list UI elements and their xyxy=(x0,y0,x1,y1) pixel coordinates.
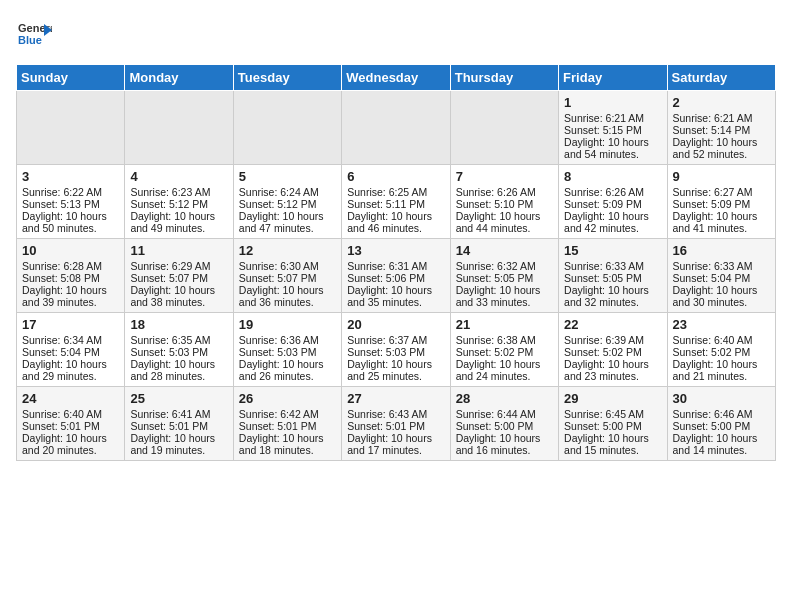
calendar-day-cell: 14Sunrise: 6:32 AMSunset: 5:05 PMDayligh… xyxy=(450,239,558,313)
calendar-day-cell: 10Sunrise: 6:28 AMSunset: 5:08 PMDayligh… xyxy=(17,239,125,313)
calendar-day-cell: 12Sunrise: 6:30 AMSunset: 5:07 PMDayligh… xyxy=(233,239,341,313)
daylight-text: Daylight: 10 hours and 16 minutes. xyxy=(456,432,553,456)
calendar-day-cell: 9Sunrise: 6:27 AMSunset: 5:09 PMDaylight… xyxy=(667,165,775,239)
sunrise-text: Sunrise: 6:29 AM xyxy=(130,260,227,272)
daylight-text: Daylight: 10 hours and 32 minutes. xyxy=(564,284,661,308)
calendar-table: SundayMondayTuesdayWednesdayThursdayFrid… xyxy=(16,64,776,461)
daylight-text: Daylight: 10 hours and 25 minutes. xyxy=(347,358,444,382)
calendar-day-cell: 21Sunrise: 6:38 AMSunset: 5:02 PMDayligh… xyxy=(450,313,558,387)
day-number: 13 xyxy=(347,243,444,258)
logo-icon: General Blue xyxy=(16,16,52,52)
sunset-text: Sunset: 5:10 PM xyxy=(456,198,553,210)
daylight-text: Daylight: 10 hours and 30 minutes. xyxy=(673,284,770,308)
weekday-header-saturday: Saturday xyxy=(667,65,775,91)
sunrise-text: Sunrise: 6:22 AM xyxy=(22,186,119,198)
sunset-text: Sunset: 5:01 PM xyxy=(130,420,227,432)
calendar-day-cell: 27Sunrise: 6:43 AMSunset: 5:01 PMDayligh… xyxy=(342,387,450,461)
sunset-text: Sunset: 5:00 PM xyxy=(564,420,661,432)
day-number: 12 xyxy=(239,243,336,258)
day-number: 11 xyxy=(130,243,227,258)
calendar-week-row: 17Sunrise: 6:34 AMSunset: 5:04 PMDayligh… xyxy=(17,313,776,387)
day-number: 6 xyxy=(347,169,444,184)
day-number: 17 xyxy=(22,317,119,332)
sunset-text: Sunset: 5:01 PM xyxy=(22,420,119,432)
sunset-text: Sunset: 5:04 PM xyxy=(673,272,770,284)
daylight-text: Daylight: 10 hours and 35 minutes. xyxy=(347,284,444,308)
sunrise-text: Sunrise: 6:24 AM xyxy=(239,186,336,198)
sunrise-text: Sunrise: 6:37 AM xyxy=(347,334,444,346)
daylight-text: Daylight: 10 hours and 42 minutes. xyxy=(564,210,661,234)
calendar-day-cell: 2Sunrise: 6:21 AMSunset: 5:14 PMDaylight… xyxy=(667,91,775,165)
weekday-header-thursday: Thursday xyxy=(450,65,558,91)
logo: General Blue xyxy=(16,16,52,52)
sunset-text: Sunset: 5:02 PM xyxy=(564,346,661,358)
calendar-day-cell: 1Sunrise: 6:21 AMSunset: 5:15 PMDaylight… xyxy=(559,91,667,165)
weekday-header-monday: Monday xyxy=(125,65,233,91)
sunset-text: Sunset: 5:06 PM xyxy=(347,272,444,284)
sunrise-text: Sunrise: 6:32 AM xyxy=(456,260,553,272)
sunrise-text: Sunrise: 6:23 AM xyxy=(130,186,227,198)
calendar-day-cell: 23Sunrise: 6:40 AMSunset: 5:02 PMDayligh… xyxy=(667,313,775,387)
day-number: 15 xyxy=(564,243,661,258)
daylight-text: Daylight: 10 hours and 46 minutes. xyxy=(347,210,444,234)
sunrise-text: Sunrise: 6:31 AM xyxy=(347,260,444,272)
sunrise-text: Sunrise: 6:25 AM xyxy=(347,186,444,198)
daylight-text: Daylight: 10 hours and 47 minutes. xyxy=(239,210,336,234)
sunrise-text: Sunrise: 6:34 AM xyxy=(22,334,119,346)
sunrise-text: Sunrise: 6:46 AM xyxy=(673,408,770,420)
day-number: 8 xyxy=(564,169,661,184)
sunrise-text: Sunrise: 6:41 AM xyxy=(130,408,227,420)
weekday-header-row: SundayMondayTuesdayWednesdayThursdayFrid… xyxy=(17,65,776,91)
daylight-text: Daylight: 10 hours and 18 minutes. xyxy=(239,432,336,456)
sunset-text: Sunset: 5:15 PM xyxy=(564,124,661,136)
calendar-day-cell: 3Sunrise: 6:22 AMSunset: 5:13 PMDaylight… xyxy=(17,165,125,239)
calendar-day-cell: 26Sunrise: 6:42 AMSunset: 5:01 PMDayligh… xyxy=(233,387,341,461)
sunset-text: Sunset: 5:11 PM xyxy=(347,198,444,210)
daylight-text: Daylight: 10 hours and 19 minutes. xyxy=(130,432,227,456)
sunrise-text: Sunrise: 6:28 AM xyxy=(22,260,119,272)
calendar-day-cell: 7Sunrise: 6:26 AMSunset: 5:10 PMDaylight… xyxy=(450,165,558,239)
calendar-day-cell: 13Sunrise: 6:31 AMSunset: 5:06 PMDayligh… xyxy=(342,239,450,313)
daylight-text: Daylight: 10 hours and 24 minutes. xyxy=(456,358,553,382)
sunrise-text: Sunrise: 6:43 AM xyxy=(347,408,444,420)
sunset-text: Sunset: 5:03 PM xyxy=(347,346,444,358)
day-number: 29 xyxy=(564,391,661,406)
svg-text:Blue: Blue xyxy=(18,34,42,46)
sunrise-text: Sunrise: 6:26 AM xyxy=(456,186,553,198)
sunset-text: Sunset: 5:09 PM xyxy=(564,198,661,210)
day-number: 9 xyxy=(673,169,770,184)
daylight-text: Daylight: 10 hours and 38 minutes. xyxy=(130,284,227,308)
day-number: 1 xyxy=(564,95,661,110)
sunrise-text: Sunrise: 6:39 AM xyxy=(564,334,661,346)
calendar-day-cell: 18Sunrise: 6:35 AMSunset: 5:03 PMDayligh… xyxy=(125,313,233,387)
calendar-day-cell xyxy=(17,91,125,165)
sunset-text: Sunset: 5:03 PM xyxy=(130,346,227,358)
calendar-day-cell: 6Sunrise: 6:25 AMSunset: 5:11 PMDaylight… xyxy=(342,165,450,239)
sunset-text: Sunset: 5:07 PM xyxy=(130,272,227,284)
day-number: 4 xyxy=(130,169,227,184)
day-number: 23 xyxy=(673,317,770,332)
daylight-text: Daylight: 10 hours and 52 minutes. xyxy=(673,136,770,160)
daylight-text: Daylight: 10 hours and 39 minutes. xyxy=(22,284,119,308)
calendar-day-cell: 4Sunrise: 6:23 AMSunset: 5:12 PMDaylight… xyxy=(125,165,233,239)
day-number: 21 xyxy=(456,317,553,332)
calendar-day-cell: 16Sunrise: 6:33 AMSunset: 5:04 PMDayligh… xyxy=(667,239,775,313)
calendar-day-cell xyxy=(233,91,341,165)
sunset-text: Sunset: 5:00 PM xyxy=(673,420,770,432)
sunset-text: Sunset: 5:12 PM xyxy=(239,198,336,210)
daylight-text: Daylight: 10 hours and 26 minutes. xyxy=(239,358,336,382)
calendar-day-cell xyxy=(125,91,233,165)
calendar-day-cell: 25Sunrise: 6:41 AMSunset: 5:01 PMDayligh… xyxy=(125,387,233,461)
sunrise-text: Sunrise: 6:21 AM xyxy=(564,112,661,124)
day-number: 20 xyxy=(347,317,444,332)
calendar-day-cell: 15Sunrise: 6:33 AMSunset: 5:05 PMDayligh… xyxy=(559,239,667,313)
calendar-week-row: 10Sunrise: 6:28 AMSunset: 5:08 PMDayligh… xyxy=(17,239,776,313)
daylight-text: Daylight: 10 hours and 23 minutes. xyxy=(564,358,661,382)
sunset-text: Sunset: 5:01 PM xyxy=(347,420,444,432)
daylight-text: Daylight: 10 hours and 21 minutes. xyxy=(673,358,770,382)
daylight-text: Daylight: 10 hours and 49 minutes. xyxy=(130,210,227,234)
weekday-header-sunday: Sunday xyxy=(17,65,125,91)
day-number: 26 xyxy=(239,391,336,406)
day-number: 19 xyxy=(239,317,336,332)
page-header: General Blue xyxy=(16,16,776,52)
